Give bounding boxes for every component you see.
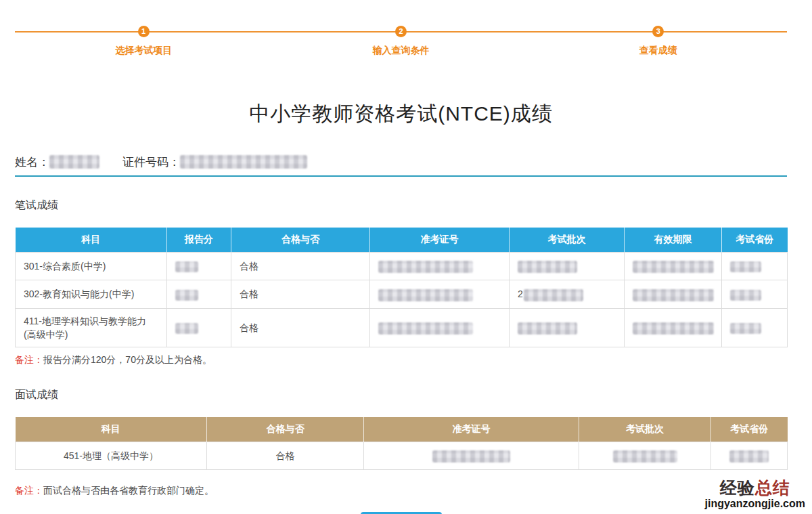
validity-redacted [633,289,714,301]
score-redacted [175,290,198,301]
written-note-label: 备注： [15,354,43,365]
exam-batch-redacted [518,322,577,335]
id-number-label: 证件号码： [122,156,180,169]
validity-cell [625,280,722,308]
col-header-province: 考试省份 [711,417,788,442]
admission-no-redacted [378,289,473,301]
exam-batch-cell [579,442,711,469]
written-table-row: 301-综合素质(中学) 合格 [16,253,788,280]
written-scores-table: 科目 报告分 合格与否 准考证号 考试批次 有效期限 考试省份 301-综合素质… [15,228,788,347]
interview-table-row: 451-地理（高级中学） 合格 [16,442,788,469]
step-enter-query: 2 输入查询条件 [272,26,529,57]
admission-no-cell [364,442,579,469]
score-cell [167,308,231,347]
score-cell [167,280,231,308]
admission-no-cell [370,308,510,347]
province-redacted [730,323,761,334]
id-number-value-redacted [180,155,307,169]
watermark-domain: jingyanzongjie.com [705,498,805,510]
site-watermark: 经验总结 jingyanzongjie.com [705,479,805,510]
col-header-subject: 科目 [16,228,167,253]
score-redacted [175,261,198,272]
subject-cell: 451-地理（高级中学） [16,442,207,469]
province-cell [722,280,788,308]
interview-scores-table: 科目 合格与否 准考证号 考试批次 考试省份 451-地理（高级中学） 合格 [15,417,788,470]
watermark-title-red: 总结 [755,478,790,497]
score-redacted [175,323,198,334]
validity-redacted [633,322,714,335]
interview-note: 备注：面试合格与否由各省教育行政部门确定。 [15,485,787,497]
pass-cell: 合格 [231,280,370,308]
step-select-exam: 1 选择考试项目 [15,26,272,57]
province-redacted [730,290,761,301]
watermark-title-black: 经验 [720,478,755,497]
written-table-row: 302-教育知识与能力(中学) 合格 2 [16,280,788,308]
exam-batch-redacted [613,450,677,463]
step-1-circle: 1 [138,26,150,37]
exam-batch-cell [510,308,625,347]
col-header-subject: 科目 [16,417,207,442]
exam-batch-cell [510,253,625,280]
subject-cell: 411-地理学科知识与教学能力(高级中学) [16,308,167,347]
step-1-label: 选择考试项目 [115,45,172,57]
exam-batch-redacted [524,289,583,301]
name-value-redacted [49,155,99,169]
identity-row: 姓名：证件号码： [15,154,787,171]
col-header-exam-batch: 考试批次 [510,228,625,253]
watermark-title: 经验总结 [705,479,805,498]
written-header-row: 科目 报告分 合格与否 准考证号 考试批次 有效期限 考试省份 [16,228,788,253]
col-header-pass: 合格与否 [207,417,364,442]
province-cell [711,442,788,469]
col-header-pass: 合格与否 [231,228,370,253]
pass-cell: 合格 [231,308,370,347]
name-label: 姓名： [15,156,49,169]
validity-redacted [633,261,714,273]
province-redacted [729,450,769,463]
written-table-row: 411-地理学科知识与教学能力(高级中学) 合格 [16,308,788,347]
admission-no-cell [370,280,510,308]
written-note: 备注：报告分满分120分，70分及以上为合格。 [15,354,787,366]
col-header-validity: 有效期限 [625,228,722,253]
admission-no-redacted [378,261,473,273]
step-3-label: 查看成绩 [639,45,677,57]
pass-cell: 合格 [207,442,364,469]
admission-no-redacted [432,450,510,463]
admission-no-cell [370,253,510,280]
identity-underline [15,175,787,177]
page-title: 中小学教师资格考试(NTCE)成绩 [15,102,787,126]
score-result-page: 1 选择考试项目 2 输入查询条件 3 查看成绩 中小学教师资格考试(NTCE)… [15,26,787,514]
step-3-circle: 3 [652,26,664,37]
col-header-score: 报告分 [167,228,231,253]
stepper-steps: 1 选择考试项目 2 输入查询条件 3 查看成绩 [15,26,787,57]
score-cell [167,253,231,280]
province-cell [722,253,788,280]
step-view-score: 3 查看成绩 [530,26,787,57]
validity-cell [625,253,722,280]
interview-header-row: 科目 合格与否 准考证号 考试批次 考试省份 [16,417,788,442]
col-header-admission-no: 准考证号 [370,228,510,253]
written-section-label: 笔试成绩 [15,198,787,213]
col-header-exam-batch: 考试批次 [579,417,711,442]
interview-note-text: 面试合格与否由各省教育行政部门确定。 [43,485,214,496]
pass-cell: 合格 [231,253,370,280]
step-2-label: 输入查询条件 [372,45,429,57]
admission-no-redacted [378,322,473,335]
col-header-province: 考试省份 [722,228,788,253]
written-note-text: 报告分满分120分，70分及以上为合格。 [43,354,212,365]
subject-cell: 301-综合素质(中学) [16,253,167,280]
col-header-admission-no: 准考证号 [364,417,579,442]
interview-note-label: 备注： [15,485,43,496]
validity-cell [625,308,722,347]
subject-cell: 302-教育知识与能力(中学) [16,280,167,308]
step-2-circle: 2 [395,26,407,37]
exam-batch-visible-digit: 2 [518,288,523,299]
exam-batch-redacted [518,261,577,273]
interview-section-label: 面试成绩 [15,388,787,402]
province-redacted [730,261,761,272]
province-cell [722,308,788,347]
exam-batch-cell: 2 [510,280,625,308]
progress-stepper: 1 选择考试项目 2 输入查询条件 3 查看成绩 [15,26,787,58]
